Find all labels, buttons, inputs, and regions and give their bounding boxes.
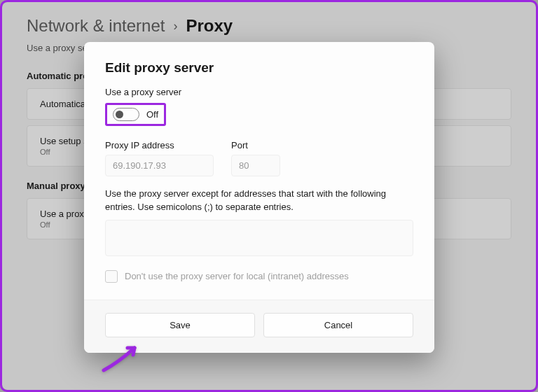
toggle-state-text: Off	[146, 109, 158, 120]
toggle-switch-icon[interactable]	[113, 108, 139, 121]
edit-proxy-dialog: Edit proxy server Use a proxy server Off…	[84, 42, 434, 353]
save-button[interactable]: Save	[105, 313, 255, 337]
toggle-label: Use a proxy server	[105, 87, 413, 97]
local-bypass-checkbox[interactable]	[105, 270, 118, 283]
exceptions-help-text: Use the proxy server except for addresse…	[105, 188, 413, 214]
use-proxy-toggle[interactable]: Off	[105, 103, 166, 126]
dialog-title: Edit proxy server	[105, 60, 413, 76]
exceptions-textarea[interactable]	[105, 220, 413, 256]
breadcrumb-parent[interactable]: Network & internet	[27, 16, 165, 36]
chevron-right-icon: ›	[173, 19, 177, 34]
proxy-port-input[interactable]	[231, 155, 280, 176]
proxy-ip-input[interactable]	[105, 155, 214, 176]
local-bypass-label: Don't use the proxy server for local (in…	[125, 271, 349, 281]
ip-label: Proxy IP address	[105, 140, 214, 150]
port-label: Port	[231, 140, 280, 150]
breadcrumb: Network & internet › Proxy	[27, 16, 511, 36]
cancel-button[interactable]: Cancel	[263, 313, 413, 337]
page-title: Proxy	[186, 16, 233, 36]
annotation-arrow-icon	[98, 341, 147, 379]
